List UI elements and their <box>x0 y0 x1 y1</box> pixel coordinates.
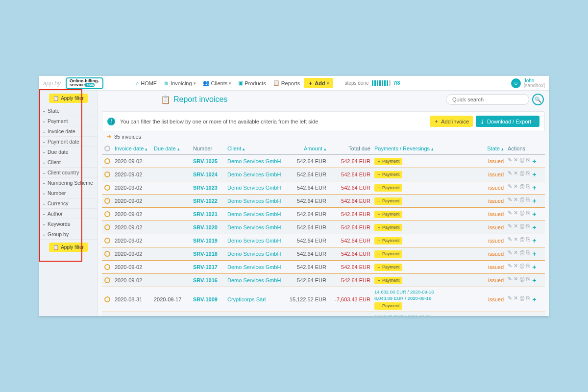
invoice-number-link[interactable]: SRV-1023 <box>193 185 218 191</box>
client-link[interactable]: Demo Services GmbH <box>227 238 281 244</box>
download-icon[interactable]: ⎘ <box>526 249 530 258</box>
invoice-number-link[interactable]: SRV-1009 <box>193 296 218 302</box>
add-payment-button[interactable]: ＋Payment <box>374 158 402 165</box>
delete-icon[interactable]: ✕ <box>514 157 518 166</box>
email-icon[interactable]: @ <box>519 170 525 179</box>
add-icon[interactable]: ＋ <box>531 236 538 245</box>
col-total-due[interactable]: Total due <box>328 146 372 151</box>
logo[interactable]: Online-billing- service.com <box>66 77 103 89</box>
edit-icon[interactable]: ✎ <box>508 249 512 258</box>
row-select[interactable] <box>104 211 110 217</box>
filter-item-payment-date[interactable]: ⌄Payment date <box>39 137 98 147</box>
nav-add[interactable]: ＋Add▾ <box>304 78 333 88</box>
add-payment-button[interactable]: ＋Payment <box>374 184 402 192</box>
delete-icon[interactable]: ✕ <box>514 249 518 258</box>
email-icon[interactable]: @ <box>519 196 525 205</box>
add-payment-button[interactable]: ＋Payment <box>374 237 402 245</box>
nav-home[interactable]: ⌂HOME <box>133 78 160 88</box>
client-link[interactable]: Demo Services GmbH <box>227 185 281 191</box>
client-link[interactable]: Demo Services GmbH <box>227 198 281 204</box>
edit-icon[interactable]: ✎ <box>508 183 512 192</box>
row-select[interactable] <box>104 185 110 191</box>
delete-icon[interactable]: ✕ <box>514 210 518 219</box>
filter-item-author[interactable]: ⌄Author <box>39 209 98 219</box>
download-icon[interactable]: ⎘ <box>526 295 530 304</box>
filter-item-due-date[interactable]: ⌄Due date <box>39 147 98 157</box>
filter-item-currency[interactable]: ⌄Currency <box>39 198 98 209</box>
edit-icon[interactable]: ✎ <box>508 263 512 271</box>
col-invoice-date[interactable]: Invoice date ▴ <box>113 146 152 151</box>
filter-item-keywords[interactable]: ⌄Keywords <box>39 219 98 229</box>
invoice-number-link[interactable]: SRV-1022 <box>193 198 218 204</box>
email-icon[interactable]: @ <box>519 295 525 304</box>
payment-entry[interactable]: 14,682.06 EUR / 2020-09-16 <box>374 289 474 294</box>
add-icon[interactable]: ＋ <box>531 210 538 219</box>
add-payment-button[interactable]: ＋Payment <box>374 211 402 218</box>
add-payment-button[interactable]: ＋Payment <box>374 197 402 205</box>
email-icon[interactable]: @ <box>519 263 525 271</box>
edit-icon[interactable]: ✎ <box>508 170 512 179</box>
add-icon[interactable]: ＋ <box>531 263 538 271</box>
row-select[interactable] <box>104 198 110 204</box>
edit-icon[interactable]: ✎ <box>508 210 512 219</box>
filter-item-invoice-date[interactable]: ⌄Invoice date <box>39 126 98 137</box>
edit-icon[interactable]: ✎ <box>508 196 512 205</box>
add-icon[interactable]: ＋ <box>531 249 538 258</box>
invoice-number-link[interactable]: SRV-1024 <box>193 172 218 177</box>
download-export-button[interactable]: ⭳Download / Export▾ <box>476 116 539 127</box>
invoice-number-link[interactable]: SRV-1020 <box>193 224 218 230</box>
email-icon[interactable]: @ <box>519 210 525 219</box>
add-icon[interactable]: ＋ <box>531 295 538 304</box>
select-all[interactable] <box>104 146 110 151</box>
row-select[interactable] <box>104 296 110 302</box>
edit-icon[interactable]: ✎ <box>508 276 512 285</box>
nav-reports[interactable]: 📋Reports <box>270 78 303 88</box>
row-select[interactable] <box>104 224 110 230</box>
invoice-number-link[interactable]: SRV-1016 <box>193 277 218 283</box>
nav-products[interactable]: ▣Products <box>235 78 269 88</box>
email-icon[interactable]: @ <box>519 183 525 192</box>
col-due-date[interactable]: Due date ▴ <box>152 146 191 151</box>
edit-icon[interactable]: ✎ <box>508 295 512 304</box>
delete-icon[interactable]: ✕ <box>514 170 518 179</box>
row-select[interactable] <box>104 264 110 270</box>
client-link[interactable]: Demo Services GmbH <box>227 158 281 164</box>
add-invoice-button[interactable]: ＋Add invoice <box>430 116 473 127</box>
invoice-number-link[interactable]: SRV-1019 <box>193 238 218 244</box>
delete-icon[interactable]: ✕ <box>514 223 518 232</box>
filter-item-client[interactable]: ⌄Client <box>39 157 98 168</box>
invoice-number-link[interactable]: SRV-1017 <box>193 264 218 270</box>
client-link[interactable]: Crypticorps Sàrl <box>227 296 266 302</box>
invoice-number-link[interactable]: SRV-1025 <box>193 158 218 164</box>
delete-icon[interactable]: ✕ <box>514 276 518 285</box>
download-icon[interactable]: ⎘ <box>526 210 530 219</box>
col-payments[interactable]: Payments / Reversings ▴ <box>372 146 476 151</box>
nav-invoicing[interactable]: 🗎Invoicing▾ <box>161 78 198 88</box>
col-number[interactable]: Number <box>191 146 225 151</box>
payment-entry[interactable]: 9,816.85 EUR / 2020-08-31 <box>374 314 474 316</box>
delete-icon[interactable]: ✕ <box>514 295 518 304</box>
download-icon[interactable]: ⎘ <box>526 276 530 285</box>
invoice-number-link[interactable]: SRV-1021 <box>193 211 218 217</box>
filter-item-numbering-scheme[interactable]: ⌄Numbering Scheme <box>39 178 98 188</box>
filter-item-payment[interactable]: ⌄Payment <box>39 116 98 126</box>
filter-item-client-country[interactable]: ⌄Client country <box>39 168 98 178</box>
add-icon[interactable]: ＋ <box>531 276 538 285</box>
email-icon[interactable]: @ <box>519 276 525 285</box>
add-icon[interactable]: ＋ <box>531 183 538 192</box>
download-icon[interactable]: ⎘ <box>526 170 530 179</box>
download-icon[interactable]: ⎘ <box>526 183 530 192</box>
edit-icon[interactable]: ✎ <box>508 157 512 166</box>
add-icon[interactable]: ＋ <box>531 157 538 166</box>
client-link[interactable]: Demo Services GmbH <box>227 172 281 177</box>
row-select[interactable] <box>104 277 110 283</box>
filter-item-state[interactable]: ⌄State <box>39 106 98 116</box>
add-payment-button[interactable]: ＋Payment <box>374 264 402 271</box>
add-payment-button[interactable]: ＋Payment <box>374 302 402 310</box>
download-icon[interactable]: ⎘ <box>526 196 530 205</box>
email-icon[interactable]: @ <box>519 249 525 258</box>
add-icon[interactable]: ＋ <box>531 196 538 205</box>
add-payment-button[interactable]: ＋Payment <box>374 224 402 231</box>
email-icon[interactable]: @ <box>519 157 525 166</box>
payment-entry[interactable]: 8,043.89 EUR / 2020-09-18 <box>374 295 474 301</box>
